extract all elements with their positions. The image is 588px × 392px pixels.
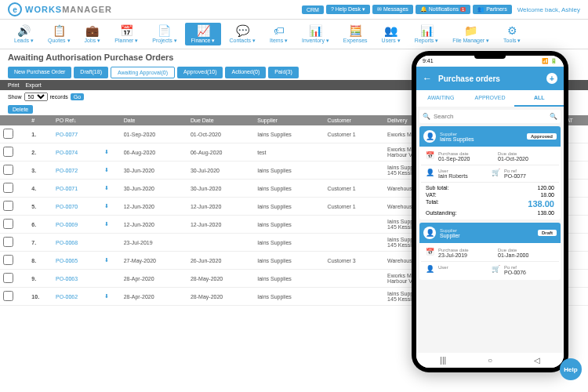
lbl: Sub total: [426,185,449,191]
col-header[interactable]: Due Date [187,115,254,125]
row-checkbox[interactable] [3,147,13,157]
col-header[interactable]: # [28,115,53,125]
status-tab[interactable]: Draft(18) [74,67,108,78]
nav-icon: 💼 [85,24,99,37]
status-tab[interactable]: Approved(10) [177,67,223,78]
nav-home-icon[interactable]: ○ [488,356,492,365]
val: 23-Jul-2019 [438,252,495,258]
nav-item[interactable]: 📄Projects ▾ [146,23,183,45]
nav-label: Quotes ▾ [48,38,71,44]
cell-due: 28-May-2020 [187,288,254,306]
col-header[interactable] [0,115,28,125]
export-button[interactable]: Export [25,82,41,88]
go-button[interactable]: Go [71,93,84,100]
po-ref-link[interactable]: PO-0063 [56,276,78,281]
download-icon[interactable]: ⬇ [104,167,109,172]
po-ref-link[interactable]: PO-0070 [56,204,78,209]
topbar-button[interactable]: CRM [302,5,324,14]
download-icon[interactable]: ⬇ [104,203,109,209]
po-ref-link[interactable]: PO-0069 [56,222,78,227]
nav-back-icon[interactable]: ||| [440,356,446,365]
cell-customer [325,288,385,306]
phone-tab[interactable]: APPROVED [466,90,515,107]
status-tab[interactable]: Paid(3) [268,67,299,78]
nav-item[interactable]: 📅Planner ▾ [108,23,144,45]
phone-navbar: ||| ○ ◁ [416,353,564,368]
download-icon[interactable]: ⬇ [104,257,109,263]
col-header[interactable]: Supplier [254,115,324,125]
cell-supplier: Iains Supplies [254,162,324,180]
nav-item[interactable]: 🏷Items ▾ [263,23,294,45]
status-tab[interactable]: Actioned(0) [225,67,266,78]
col-header[interactable]: PO Ref↓ [53,115,101,125]
val: 120.00 [538,185,554,191]
phone-tab[interactable]: AWAITING [416,90,466,107]
nav-recent-icon[interactable]: ◁ [534,356,540,365]
topbar-button[interactable]: 👥 Partners [473,5,511,14]
nav-item[interactable]: 📁File Manager ▾ [446,23,495,45]
nav-label: Tools ▾ [503,38,521,44]
download-icon[interactable]: ⬇ [104,293,109,299]
topbar-button[interactable]: ✉ Messages [372,5,413,14]
po-ref-link[interactable]: PO-0071 [56,186,78,191]
nav-item[interactable]: 👥Users ▾ [376,23,407,45]
po-ref-link[interactable]: PO-0062 [56,294,78,299]
row-checkbox[interactable] [3,165,13,175]
nav-label: Reports ▾ [415,38,438,44]
delete-button[interactable]: Delete [8,105,33,114]
row-checkbox[interactable] [3,291,13,301]
download-icon[interactable]: ⬇ [104,185,109,191]
nav-icon: 🏷 [274,24,285,37]
po-card[interactable]: 👤SupplierSupplierDraft📅Purchase date23-J… [419,223,561,280]
topbar-button[interactable]: ? Help Desk ▾ [326,5,370,14]
row-checkbox[interactable] [3,129,13,139]
row-checkbox[interactable] [3,273,13,283]
status-tab[interactable]: Awaiting Approval(0) [111,67,175,78]
nav-item[interactable]: 📊Inventory ▾ [296,23,336,45]
col-header[interactable]: Customer [325,115,385,125]
val: 18.00 [540,192,554,198]
row-checkbox[interactable] [3,183,13,193]
phone-tab[interactable]: ALL [514,90,564,107]
add-button[interactable]: + [546,73,557,84]
help-button[interactable]: Help [560,358,582,380]
po-ref-link[interactable]: PO-0068 [56,240,78,245]
row-checkbox[interactable] [3,201,13,211]
po-ref-link[interactable]: PO-0065 [56,258,78,263]
nav-item[interactable]: 📊Reports ▾ [408,23,445,45]
cell-supplier: Iains Supplies [254,198,324,216]
print-button[interactable]: Print [8,82,19,88]
cell-due: 30-Jun-2020 [187,180,254,198]
nav-item[interactable]: 🔊Leads ▾ [8,23,40,45]
nav-item[interactable]: 💬Contacts ▾ [223,23,262,45]
cell-date: 23-Jul-2019 [121,234,187,252]
col-header[interactable]: Date [121,115,187,125]
topbar-button[interactable]: 🔔 Notifications1 [416,5,470,14]
po-ref-link[interactable]: PO-0077 [56,132,78,137]
top-bar: e WORKSMANAGER CRM? Help Desk ▾✉ Message… [0,0,588,20]
po-card[interactable]: 👤SupplierIains SuppliesApproved📅Purchase… [419,126,561,220]
download-icon[interactable]: ⬇ [104,221,109,227]
nav-item[interactable]: ⚙Tools ▾ [497,23,527,45]
nav-item[interactable]: 💼Jobs ▾ [78,23,107,45]
row-checkbox[interactable] [3,219,13,229]
row-checkbox[interactable] [3,255,13,265]
back-icon[interactable]: ← [423,73,432,84]
po-ref-link[interactable]: PO-0074 [56,150,78,155]
search-input[interactable] [434,113,546,120]
nav-item[interactable]: 📈Finance ▾ [185,23,222,45]
nav-item[interactable]: 📋Quotes ▾ [42,23,77,45]
cell-due: 01-Oct-2020 [187,125,254,143]
records-select[interactable]: 50 [24,93,48,101]
col-header[interactable] [101,115,120,125]
user-icon: 👤 [426,169,435,179]
download-icon[interactable]: ⬇ [104,149,109,154]
po-ref-link[interactable]: PO-0072 [56,168,78,173]
nav-icon: 🔊 [17,24,31,37]
cell-supplier: Iains Supplies [254,252,324,270]
nav-item[interactable]: 🧮Expenses [337,23,374,45]
row-checkbox[interactable] [3,237,13,247]
status-tab[interactable]: New Purchase Order [8,67,71,78]
search-icon-right[interactable]: 🔍 [550,113,557,120]
cell-date: 27-May-2020 [121,252,187,270]
